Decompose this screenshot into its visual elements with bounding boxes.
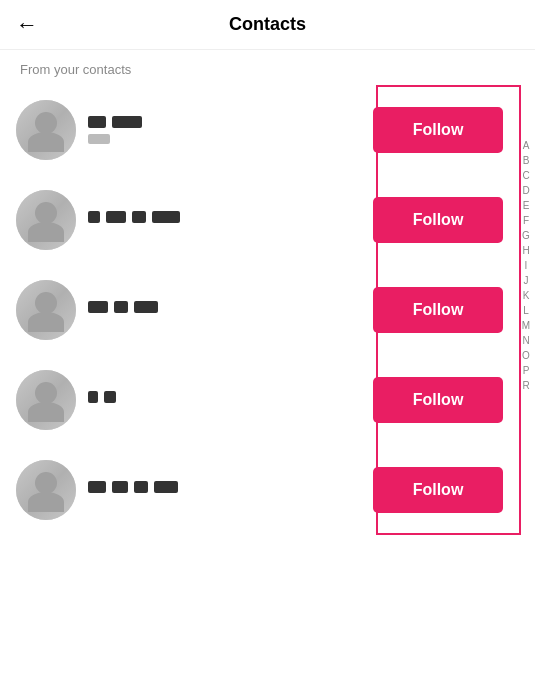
alpha-letter[interactable]: O — [519, 349, 533, 363]
alpha-letter[interactable]: B — [519, 154, 533, 168]
alpha-letter[interactable]: K — [519, 289, 533, 303]
contact-info — [76, 116, 373, 144]
list-item: Follow — [0, 85, 535, 175]
alpha-letter[interactable]: P — [519, 364, 533, 378]
alpha-letter[interactable]: A — [519, 139, 533, 153]
list-item: Follow — [0, 265, 535, 355]
contact-info — [76, 211, 373, 229]
avatar — [16, 100, 76, 160]
alpha-letter[interactable]: G — [519, 229, 533, 243]
page-title: Contacts — [229, 14, 306, 35]
list-item: Follow — [0, 175, 535, 265]
alpha-index[interactable]: ABCDEFGHIJKLMNOPR — [517, 135, 535, 397]
follow-button[interactable]: Follow — [373, 467, 503, 513]
follow-button[interactable]: Follow — [373, 287, 503, 333]
avatar — [16, 460, 76, 520]
follow-button[interactable]: Follow — [373, 197, 503, 243]
avatar — [16, 370, 76, 430]
alpha-letter[interactable]: D — [519, 184, 533, 198]
avatar — [16, 280, 76, 340]
contacts-list: FollowFollowFollowFollowFollow — [0, 85, 535, 535]
alpha-letter[interactable]: I — [519, 259, 533, 273]
list-item: Follow — [0, 355, 535, 445]
avatar — [16, 190, 76, 250]
alpha-letter[interactable]: L — [519, 304, 533, 318]
alpha-letter[interactable]: R — [519, 379, 533, 393]
section-label: From your contacts — [0, 50, 535, 85]
contact-info — [76, 481, 373, 499]
alpha-letter[interactable]: C — [519, 169, 533, 183]
contact-info — [76, 301, 373, 319]
follow-button[interactable]: Follow — [373, 377, 503, 423]
alpha-letter[interactable]: N — [519, 334, 533, 348]
list-item: Follow — [0, 445, 535, 535]
back-icon: ← — [16, 12, 38, 38]
back-button[interactable]: ← — [16, 12, 38, 38]
alpha-letter[interactable]: J — [519, 274, 533, 288]
alpha-letter[interactable]: H — [519, 244, 533, 258]
alpha-letter[interactable]: M — [519, 319, 533, 333]
alpha-letter[interactable]: E — [519, 199, 533, 213]
follow-button[interactable]: Follow — [373, 107, 503, 153]
contacts-wrapper: FollowFollowFollowFollowFollow ABCDEFGHI… — [0, 85, 535, 535]
alpha-letter[interactable]: F — [519, 214, 533, 228]
header: ← Contacts — [0, 0, 535, 50]
contact-info — [76, 391, 373, 409]
